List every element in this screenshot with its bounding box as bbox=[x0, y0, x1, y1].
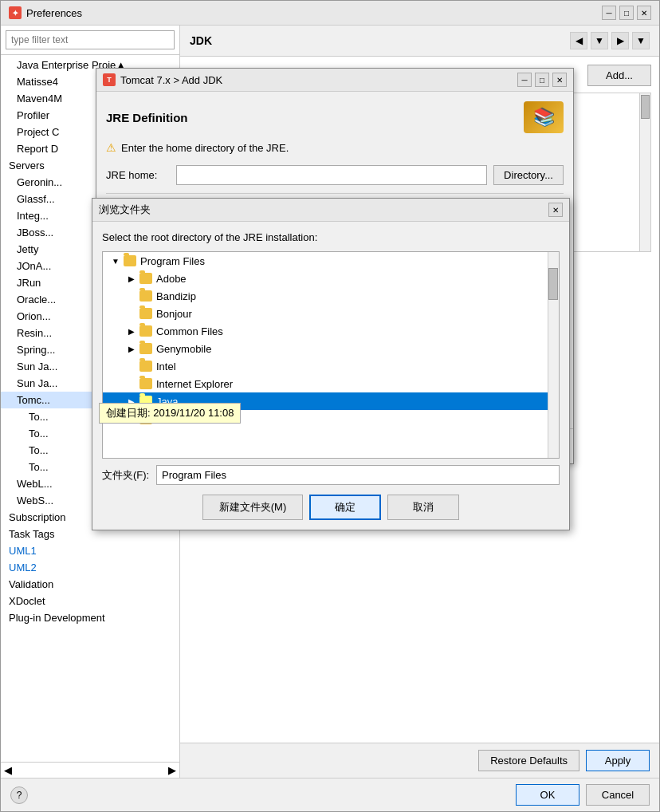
browse-dialog: 浏览文件夹 ✕ Select the root directory of the… bbox=[92, 198, 570, 530]
filename-input[interactable] bbox=[156, 465, 560, 485]
expand-common-files[interactable]: ▶ bbox=[125, 325, 138, 337]
jre-home-input[interactable] bbox=[176, 165, 487, 185]
sidebar-item-uml1[interactable]: UML1 bbox=[1, 542, 179, 559]
browse-filename-row: 文件夹(F): bbox=[102, 465, 560, 485]
sidebar-item-validation[interactable]: Validation bbox=[1, 576, 179, 593]
jdk-warning-text: Enter the home directory of the JRE. bbox=[121, 142, 289, 154]
maximize-button[interactable]: □ bbox=[619, 6, 634, 20]
app-icon: ✦ bbox=[9, 6, 22, 19]
tree-item-common-files[interactable]: ▶ Common Files bbox=[103, 322, 559, 340]
browse-ok-button[interactable]: 确定 bbox=[309, 495, 381, 520]
folder-icon-internet-explorer bbox=[139, 378, 152, 389]
folder-icon-bandizip bbox=[139, 290, 152, 302]
panel-bottom-bar: Restore Defaults Apply bbox=[180, 743, 659, 778]
window-title: Preferences bbox=[26, 7, 82, 19]
tree-label-java: Java bbox=[156, 396, 178, 408]
tree-item-program-files[interactable]: ▼ Program Files bbox=[103, 252, 559, 270]
search-input[interactable] bbox=[6, 30, 175, 49]
sidebar-scroll-bottom: ◀ ▶ bbox=[1, 762, 179, 778]
filename-label: 文件夹(F): bbox=[102, 468, 150, 483]
ok-button[interactable]: OK bbox=[516, 784, 579, 806]
tree-item-bonjour[interactable]: ▶ Bonjour bbox=[103, 305, 559, 322]
folder-icon-bonjour bbox=[139, 308, 152, 319]
tree-label-bonjour: Bonjour bbox=[156, 308, 192, 320]
tree-label-genymobile: Genymobile bbox=[156, 343, 211, 355]
tree-label-internet-explorer: Internet Explorer bbox=[156, 378, 233, 390]
tree-label-bandizip: Bandizip bbox=[156, 290, 196, 302]
folder-icon-mcafee bbox=[139, 413, 152, 424]
tree-item-java[interactable]: ▶ Java bbox=[103, 392, 559, 410]
tree-label-common-files: Common Files bbox=[156, 325, 223, 337]
nav-back-button[interactable]: ◀ bbox=[570, 32, 587, 49]
tree-scroll-thumb[interactable] bbox=[548, 268, 558, 300]
folder-icon-java bbox=[139, 396, 152, 407]
folder-icon-program-files bbox=[124, 255, 136, 266]
jdk-maximize-button[interactable]: □ bbox=[535, 73, 549, 87]
jre-home-label: JRE home: bbox=[106, 169, 170, 181]
browse-dialog-title: 浏览文件夹 bbox=[99, 203, 151, 217]
tree-label-adobe: Adobe bbox=[156, 273, 187, 285]
restore-defaults-button[interactable]: Restore Defaults bbox=[478, 750, 579, 771]
search-box bbox=[1, 26, 179, 55]
directory-button[interactable]: Directory... bbox=[493, 165, 564, 185]
tree-item-intel[interactable]: ▶ Intel bbox=[103, 357, 559, 375]
folder-icon-adobe bbox=[139, 273, 152, 284]
tree-label-intel: Intel bbox=[156, 361, 176, 372]
nav-forward-button[interactable]: ▶ bbox=[611, 32, 629, 49]
sidebar-item-uml2[interactable]: UML2 bbox=[1, 559, 179, 576]
tree-item-internet-explorer[interactable]: ▶ Internet Explorer bbox=[103, 375, 559, 392]
tree-item-mcafee[interactable]: ▶ McAfee bbox=[103, 410, 559, 428]
warning-icon: ⚠ bbox=[106, 141, 116, 154]
browse-title-bar: 浏览文件夹 ✕ bbox=[92, 199, 569, 222]
help-button[interactable]: ? bbox=[10, 786, 28, 804]
browse-instruction: Select the root directory of the JRE ins… bbox=[102, 231, 560, 243]
jdk-dialog-icon: T bbox=[103, 73, 116, 86]
apply-button[interactable]: Apply bbox=[586, 750, 650, 771]
browse-footer: 新建文件夹(M) 确定 取消 bbox=[102, 495, 560, 520]
jdk-dialog-title: Tomcat 7.x > Add JDK bbox=[120, 74, 222, 86]
nav-dropdown-button[interactable]: ▼ bbox=[591, 32, 608, 49]
expand-genymobile[interactable]: ▶ bbox=[125, 342, 138, 355]
browse-cancel-button[interactable]: 取消 bbox=[387, 495, 459, 520]
jdk-title-bar: T Tomcat 7.x > Add JDK ─ □ ✕ bbox=[96, 69, 573, 92]
tree-item-bandizip[interactable]: ▶ Bandizip bbox=[103, 287, 559, 305]
expand-adobe[interactable]: ▶ bbox=[125, 272, 138, 285]
sidebar-item-plugin-dev[interactable]: Plug-in Development bbox=[1, 609, 179, 626]
tree-item-adobe[interactable]: ▶ Adobe bbox=[103, 270, 559, 287]
browse-body: Select the root directory of the JRE ins… bbox=[92, 222, 569, 530]
scroll-left-icon[interactable]: ◀ bbox=[4, 764, 12, 776]
jdk-close-button[interactable]: ✕ bbox=[552, 73, 567, 87]
panel-title: JDK bbox=[190, 34, 212, 47]
jdk-books-icon: 📚 bbox=[524, 101, 564, 133]
title-controls: ─ □ ✕ bbox=[602, 6, 651, 20]
tree-label-program-files: Program Files bbox=[140, 255, 205, 267]
scroll-right-icon[interactable]: ▶ bbox=[168, 764, 176, 776]
nav-more-button[interactable]: ▼ bbox=[632, 32, 650, 49]
tree-label-mcafee: McAfee bbox=[156, 413, 191, 425]
browse-close-button[interactable]: ✕ bbox=[548, 203, 563, 217]
add-jdk-button[interactable]: Add... bbox=[587, 65, 651, 86]
tree-item-genymobile[interactable]: ▶ Genymobile bbox=[103, 340, 559, 357]
folder-icon-intel bbox=[139, 361, 152, 372]
minimize-button[interactable]: ─ bbox=[602, 6, 616, 20]
title-bar: ✦ Preferences ─ □ ✕ bbox=[1, 1, 659, 26]
jdk-minimize-button[interactable]: ─ bbox=[517, 73, 532, 87]
expand-program-files[interactable]: ▼ bbox=[109, 254, 122, 267]
main-cancel-button[interactable]: Cancel bbox=[586, 784, 650, 806]
jdk-section-title: JRE Definition bbox=[106, 111, 188, 124]
sidebar-item-xdoclet[interactable]: XDoclet bbox=[1, 593, 179, 609]
folder-icon-genymobile bbox=[139, 343, 152, 354]
folder-icon-common-files bbox=[139, 325, 152, 337]
expand-java[interactable]: ▶ bbox=[125, 395, 138, 408]
new-folder-button[interactable]: 新建文件夹(M) bbox=[202, 495, 304, 520]
close-button[interactable]: ✕ bbox=[637, 6, 651, 20]
browse-tree: ▼ Program Files ▶ Adobe ▶ Bandizip ▶ Bon… bbox=[102, 251, 560, 459]
tree-scrollbar bbox=[548, 252, 559, 458]
panel-nav: ◀ ▼ ▶ ▼ bbox=[570, 32, 650, 49]
panel-header: JDK ◀ ▼ ▶ ▼ bbox=[180, 26, 659, 57]
